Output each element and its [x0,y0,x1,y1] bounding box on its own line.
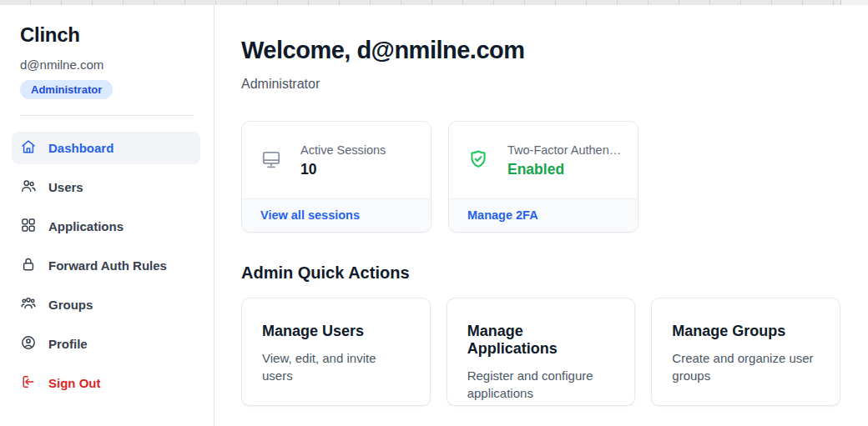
manage-groups-card[interactable]: Manage Groups Create and organize user g… [651,298,840,406]
main-content: Welcome, d@nmilne.com Administrator Acti… [214,5,868,426]
stat-label: Active Sessions [300,143,386,157]
lock-icon [20,256,37,275]
action-card-description: View, edit, and invite users [262,349,410,384]
sidebar-item-applications[interactable]: Applications [12,210,200,243]
active-sessions-card: Active Sessions 10 View all sessions [241,121,431,233]
stat-value: 10 [300,161,386,178]
sign-out-icon [20,373,37,393]
page-title: Welcome, d@nmilne.com [241,37,840,64]
role-subtitle: Administrator [241,77,840,92]
users-icon [20,178,37,197]
sidebar: Clinch d@nmilne.com Administrator Dashbo… [0,5,214,426]
two-factor-card: Two-Factor Authen… Enabled Manage 2FA [448,121,638,233]
sidebar-item-label: Dashboard [48,141,114,155]
sidebar-item-label: Profile [48,337,88,351]
stat-card-body: Active Sessions 10 [242,122,431,198]
sidebar-item-label: Sign Out [48,376,101,390]
sidebar-item-profile[interactable]: Profile [12,328,200,360]
sidebar-item-sign-out[interactable]: Sign Out [12,367,200,399]
view-all-sessions-link[interactable]: View all sessions [242,198,431,232]
sidebar-divider [20,115,194,116]
stat-label: Two-Factor Authen… [507,143,621,157]
action-card-description: Register and configure applications [467,367,615,402]
sidebar-nav: Dashboard Users Applic [12,132,200,399]
action-card-description: Create and organize user groups [672,349,820,384]
stat-value: Enabled [507,161,621,178]
manage-applications-card[interactable]: Manage Applications Register and configu… [447,298,636,406]
sidebar-item-label: Forward Auth Rules [48,258,167,273]
action-card-title: Manage Applications [467,323,615,358]
stat-text: Two-Factor Authen… Enabled [507,143,621,178]
sidebar-item-label: Applications [48,219,124,233]
app-window: Clinch d@nmilne.com Administrator Dashbo… [0,5,868,426]
sidebar-item-dashboard[interactable]: Dashboard [12,132,200,164]
user-email: d@nmilne.com [20,58,200,72]
sidebar-item-forward-auth-rules[interactable]: Forward Auth Rules [12,249,200,282]
groups-icon [20,295,37,314]
stat-card-row: Active Sessions 10 View all sessions [241,121,840,233]
sidebar-item-groups[interactable]: Groups [12,288,200,321]
quick-actions-title: Admin Quick Actions [241,263,840,283]
sidebar-item-label: Groups [48,298,93,312]
sidebar-item-users[interactable]: Users [12,171,200,203]
manage-users-card[interactable]: Manage Users View, edit, and invite user… [241,298,431,406]
action-card-title: Manage Groups [672,323,820,340]
action-card-title: Manage Users [262,323,410,340]
home-icon [20,138,37,158]
brand-title: Clinch [20,23,200,47]
sidebar-item-label: Users [48,180,83,194]
shield-check-icon [467,148,489,173]
manage-2fa-link[interactable]: Manage 2FA [449,198,638,232]
stat-text: Active Sessions 10 [300,143,386,178]
action-card-row: Manage Users View, edit, and invite user… [241,298,840,406]
profile-icon [20,334,37,353]
role-badge: Administrator [20,80,113,99]
apps-grid-icon [20,217,37,236]
monitor-icon [260,148,282,173]
stat-card-body: Two-Factor Authen… Enabled [449,122,638,198]
